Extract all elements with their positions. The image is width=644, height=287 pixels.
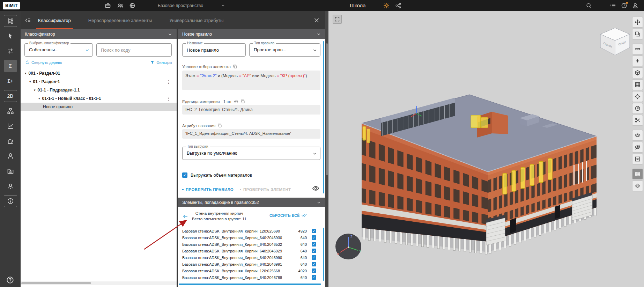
projects-icon[interactable] [105,2,111,9]
tree-node[interactable]: ▾001 - Раздел-01 [21,69,177,78]
rule-name-field[interactable]: Название [182,43,246,57]
app-logo[interactable]: BiMiT [3,2,20,9]
materials-checkbox[interactable]: ✓ [182,172,187,178]
element-row[interactable]: Базовая стена:ADSK_Внутренняя_Кирпич_640… [182,234,321,241]
user-access-tool[interactable] [0,178,21,193]
list-horizontal-scrollbar[interactable] [179,284,321,285]
unit-expression[interactable]: IFC_2_Геометрия_Стены/1. Длина [182,105,320,115]
copy-icon[interactable] [217,123,222,128]
tree-expand-icon[interactable]: ▾ [25,72,27,75]
element-row[interactable]: Базовая стена:ADSK_Внутренняя_Кирпич_640… [182,248,321,254]
kebab-menu-icon[interactable]: ⋮ [166,96,171,101]
back-arrow-icon[interactable] [182,213,188,219]
building-model[interactable] [328,11,644,287]
reset-all-link[interactable]: СБРОСИТЬ ВСЁ [269,213,307,218]
form-scrollbar[interactable] [323,41,324,193]
collapse-panel-icon[interactable] [25,17,31,23]
viewport-3d[interactable]: Справа Сзади Z x Y [328,11,644,287]
element-row[interactable]: Базовая стена:ADSK_Внутренняя_Кирпич_640… [182,254,321,261]
element-row[interactable]: Базовая стена:ADSK_Внутренняя_Кирпич_640… [182,261,321,267]
network-icon[interactable] [129,2,135,9]
gear-icon[interactable] [234,99,238,104]
2d-view-tool[interactable]: 2D [0,88,21,103]
isolate-tool[interactable] [632,154,643,164]
element-checkbox[interactable]: ✓ [312,262,316,266]
plugins-tool[interactable] [0,133,21,148]
kebab-menu-icon[interactable]: ⋮ [166,79,171,84]
users-tool[interactable] [0,148,21,163]
rule-panel-header[interactable]: Новое правило [178,29,325,39]
classifier-panel-header[interactable]: Классификатор [21,29,177,39]
classifier-tool[interactable]: Σ [0,58,21,73]
classifier-plus-tool[interactable]: Σ+ [0,73,21,88]
check-rule-button[interactable]: ПРОВЕРИТЬ ПРАВИЛО [182,187,234,192]
analytics-tool[interactable] [0,118,21,133]
workspace-selector[interactable]: Базовое пространство [158,0,203,11]
elements-panel-header[interactable]: Элементы, попадающие в правило:352 [178,198,325,207]
share-icon[interactable] [395,2,401,9]
condition-expression[interactable]: Этаж = "Этаж 2" и (Модель = "АР" или Мод… [182,71,320,90]
help-button[interactable] [6,276,14,284]
clip-plane-tool[interactable] [632,181,643,191]
measure-tool[interactable] [632,44,643,54]
compare-tool[interactable] [0,43,21,58]
copy-icon[interactable] [233,64,237,69]
tree-expand-icon[interactable]: ▾ [38,97,40,100]
tree-node[interactable]: ▾01-1 - Подраздел-1.1 [21,86,177,94]
collapse-tree-link[interactable]: Свернуть дерево [25,60,62,65]
element-row[interactable]: Базовая стена:ADSK_Внутренняя_Кирпич_640… [182,274,321,281]
code-search-input[interactable] [97,44,171,56]
element-row[interactable]: Базовая стена:ADSK_Внутренняя_Кирпич_120… [182,228,321,234]
export-type-select[interactable]: Тип выгрузки Выгрузка по умолчанию [182,147,320,160]
check-element-button[interactable]: ПРОВЕРИТЬ ЭЛЕМЕНТ [240,187,291,192]
pan-tool[interactable] [632,17,643,27]
info-tool[interactable] [0,193,21,208]
search-icon[interactable] [586,2,592,9]
horizontal-scrollbar[interactable] [21,281,177,285]
filters-link[interactable]: Фильтры [150,60,172,65]
preview-eye-icon[interactable] [312,185,319,192]
properties-tool[interactable] [632,103,643,113]
settings-gear-icon[interactable] [383,2,390,9]
rule-name-input[interactable] [183,44,245,56]
drawer-scrollbar[interactable] [325,11,328,287]
tree-node[interactable]: Новое правило [21,103,177,111]
locate-tool[interactable] [632,91,643,102]
tab-universal-attributes[interactable]: Универсальные атрибуты [167,11,225,29]
close-icon[interactable] [313,17,320,23]
grid-tool[interactable] [632,80,643,90]
element-checkbox[interactable]: ✓ [312,229,316,233]
tree-node[interactable]: ▾01 - Раздел-1⋮ [21,78,177,86]
element-checkbox[interactable]: ✓ [312,235,316,240]
select-tool[interactable] [0,28,21,43]
tab-unallocated-elements[interactable]: Нераспределённые элементы [86,11,154,29]
element-checkbox[interactable]: ✓ [312,275,316,280]
tab-classifier[interactable]: Классификатор [36,11,73,29]
code-search-field[interactable] [96,43,172,57]
rule-type-select[interactable]: Тип правила Простое прав... [249,43,320,57]
clash-tool[interactable] [632,56,643,66]
element-checkbox[interactable]: ✓ [312,249,316,253]
model-tool[interactable] [632,68,643,78]
menu-list-icon[interactable] [610,2,616,9]
tree-node[interactable]: ▾01-1-1 - Новый класс - 01-1-1⋮ [21,94,177,103]
hierarchy-tool[interactable] [0,103,21,118]
section-tool[interactable] [632,115,643,125]
views-tool[interactable] [632,29,643,39]
classifier-select[interactable]: Выбрать классификатор Собственны... [24,43,93,57]
tree-expand-icon[interactable]: ▾ [34,88,36,92]
fullscreen-icon[interactable] [333,15,342,24]
element-checkbox[interactable]: ✓ [312,242,316,246]
tree-expand-icon[interactable]: ▾ [29,80,31,83]
element-row[interactable]: Базовая стена:ADSK_Внутренняя_Кирпич_640… [182,241,321,248]
user-account-icon[interactable] [632,2,638,9]
name-attr-expression[interactable]: 'IFC_1_Идентификация_Стены/4. ADSK_Наиме… [182,129,320,139]
structure-tool[interactable] [0,13,21,28]
shared-projects-tool[interactable] [0,163,21,178]
walls-tool[interactable] [632,169,643,179]
list-scrollbar[interactable] [323,228,324,281]
hide-elements-tool[interactable] [632,142,643,152]
chevron-down-icon[interactable] [221,3,225,8]
history-icon[interactable] [621,2,627,9]
copy-icon[interactable] [240,99,245,104]
